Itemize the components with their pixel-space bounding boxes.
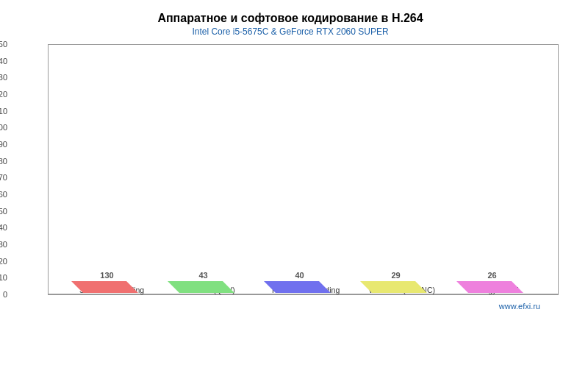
y-axis-label: 140 — [0, 57, 7, 66]
bar-value-label: 26 — [465, 271, 520, 280]
bar — [272, 281, 327, 283]
bar-value-label: 130 — [79, 271, 135, 280]
bar — [368, 281, 423, 283]
bar-wrapper: 43Voukoder (QSV) — [176, 271, 238, 294]
chart-title: Аппаратное и софтовое кодирование в H.26… — [7, 12, 573, 25]
bar-group: 29Voukoder (NVENC) — [351, 271, 448, 294]
bar-wrapper: 26Cinegy H.264 — [465, 271, 527, 294]
y-axis-label: 120 — [0, 90, 7, 99]
y-axis-label: 100 — [0, 123, 7, 132]
grid-line — [48, 294, 559, 295]
bars-container: 130Software Encoding43Voukoder (QSV)40Ha… — [48, 44, 559, 294]
bar — [176, 281, 231, 283]
bar-value-label: 40 — [272, 271, 327, 280]
y-axis-label: 40 — [0, 223, 7, 232]
y-axis-label: 10 — [0, 273, 7, 282]
y-axis-label: 50 — [0, 207, 7, 216]
y-axis-label: 70 — [0, 173, 7, 182]
bar-group: 43Voukoder (QSV) — [159, 271, 255, 294]
y-axis-label: 80 — [0, 157, 7, 166]
y-axis-label: 150 — [0, 40, 7, 49]
y-axis-label: 90 — [0, 140, 7, 149]
watermark: www.efxi.ru — [499, 302, 540, 311]
bar-wrapper: 29Voukoder (NVENC) — [368, 271, 431, 294]
bar-value-label: 29 — [368, 271, 423, 280]
bar-wrapper: 130Software Encoding — [79, 271, 142, 294]
bar — [465, 281, 520, 283]
y-axis-label: 60 — [0, 190, 7, 199]
bar — [79, 281, 135, 283]
y-axis-label: 130 — [0, 73, 7, 82]
bar-group: 40Hardware Encoding — [255, 271, 351, 294]
y-axis-label: 20 — [0, 257, 7, 266]
bar-group: 26Cinegy H.264 — [448, 271, 544, 294]
y-axis-label: 0 — [3, 290, 7, 299]
chart-container: Аппаратное и софтовое кодирование в H.26… — [0, 0, 588, 368]
bar-group: 130Software Encoding — [62, 271, 159, 294]
y-axis-label: 30 — [0, 240, 7, 249]
bar-value-label: 43 — [176, 271, 231, 280]
y-axis-label: 110 — [0, 107, 7, 116]
chart-subtitle: Intel Core i5-5675C & GeForce RTX 2060 S… — [7, 26, 573, 37]
chart-area: 0102030405060708090100110120130140150 13… — [48, 44, 559, 316]
bar-wrapper: 40Hardware Encoding — [272, 271, 334, 294]
